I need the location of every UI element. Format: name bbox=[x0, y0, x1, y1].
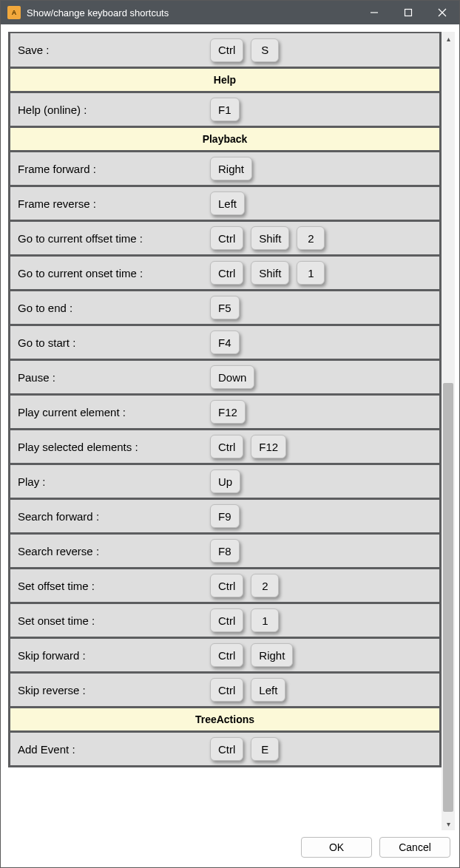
close-icon bbox=[438, 8, 447, 17]
shortcut-label: Help (online) : bbox=[10, 104, 210, 116]
shortcut-row[interactable]: Pause :Down bbox=[8, 359, 442, 396]
shortcut-keys: F1 bbox=[210, 98, 240, 121]
keycap[interactable]: Left bbox=[210, 191, 245, 215]
shortcut-row[interactable]: Frame reverse :Left bbox=[8, 185, 442, 222]
shortcut-row[interactable]: Search reverse :F8 bbox=[8, 532, 442, 569]
shortcut-row[interactable]: Save :CtrlS bbox=[8, 32, 442, 69]
scrollbar[interactable]: ▴ ▾ bbox=[442, 32, 455, 830]
shortcut-keys: CtrlRight bbox=[210, 643, 293, 667]
shortcut-keys: F5 bbox=[210, 296, 240, 319]
scroll-area: Save :CtrlSHelpHelp (online) :F1Playback… bbox=[8, 32, 455, 830]
shortcut-label: Save : bbox=[10, 44, 210, 56]
shortcut-row[interactable]: Set offset time :Ctrl2 bbox=[8, 567, 442, 604]
scroll-up-icon[interactable]: ▴ bbox=[442, 32, 455, 45]
shortcut-label: Add Event : bbox=[10, 743, 210, 756]
keycap[interactable]: 2 bbox=[251, 574, 279, 597]
keycap[interactable]: F4 bbox=[210, 330, 240, 354]
keycap[interactable]: Ctrl bbox=[210, 737, 243, 761]
keycap[interactable]: Ctrl bbox=[210, 643, 243, 667]
ok-button[interactable]: OK bbox=[301, 837, 372, 858]
shortcut-label: Go to start : bbox=[10, 336, 210, 349]
shortcut-keys: CtrlShift2 bbox=[210, 226, 325, 250]
keycap[interactable]: F9 bbox=[210, 504, 240, 528]
shortcut-row[interactable]: Play current element :F12 bbox=[8, 393, 442, 430]
shortcut-keys: Ctrl2 bbox=[210, 574, 279, 597]
keycap[interactable]: E bbox=[251, 737, 279, 761]
shortcut-row[interactable]: Search forward :F9 bbox=[8, 498, 442, 535]
keycap[interactable]: F12 bbox=[210, 400, 246, 424]
cancel-button[interactable]: Cancel bbox=[379, 837, 450, 858]
keycap[interactable]: Down bbox=[210, 365, 254, 389]
keycap[interactable]: F5 bbox=[210, 296, 240, 319]
keycap[interactable]: Right bbox=[251, 643, 293, 667]
shortcut-label: Frame reverse : bbox=[10, 197, 210, 210]
shortcut-label: Play selected elements : bbox=[10, 441, 210, 453]
shortcut-row[interactable]: Go to current offset time :CtrlShift2 bbox=[8, 220, 442, 257]
maximize-button[interactable] bbox=[391, 1, 425, 24]
shortcut-row[interactable]: Frame forward :Right bbox=[8, 150, 442, 187]
shortcut-row[interactable]: Skip forward :CtrlRight bbox=[8, 637, 442, 674]
keycap[interactable]: Ctrl bbox=[210, 261, 243, 285]
scroll-down-icon[interactable]: ▾ bbox=[442, 817, 455, 830]
dialog-footer: OK Cancel bbox=[8, 830, 455, 860]
keycap[interactable]: 2 bbox=[297, 226, 325, 250]
shortcut-label: Skip reverse : bbox=[10, 684, 210, 696]
shortcut-keys: Right bbox=[210, 157, 252, 180]
dialog-window: A Show/change keyboard shortcuts Save :C… bbox=[0, 0, 460, 868]
keycap[interactable]: Ctrl bbox=[210, 226, 243, 250]
shortcut-keys: F8 bbox=[210, 539, 240, 563]
shortcut-list: Save :CtrlSHelpHelp (online) :F1Playback… bbox=[8, 32, 442, 830]
shortcut-label: Go to current offset time : bbox=[10, 232, 210, 245]
titlebar[interactable]: A Show/change keyboard shortcuts bbox=[1, 1, 459, 24]
minimize-button[interactable] bbox=[357, 1, 391, 24]
app-icon: A bbox=[7, 6, 21, 19]
shortcut-row[interactable]: Go to current onset time :CtrlShift1 bbox=[8, 254, 442, 291]
keycap[interactable]: Ctrl bbox=[210, 678, 243, 702]
section-header: TreeActions bbox=[8, 706, 442, 733]
keycap[interactable]: Ctrl bbox=[210, 574, 243, 597]
shortcut-row[interactable]: Play :Up bbox=[8, 463, 442, 500]
section-header: Playback bbox=[8, 126, 442, 152]
shortcut-row[interactable]: Help (online) :F1 bbox=[8, 91, 442, 128]
shortcut-keys: CtrlF12 bbox=[210, 435, 286, 458]
section-header: Help bbox=[8, 67, 442, 93]
window-title: Show/change keyboard shortcuts bbox=[27, 7, 169, 18]
shortcut-label: Set onset time : bbox=[10, 614, 210, 627]
shortcut-label: Play : bbox=[10, 475, 210, 488]
shortcut-row[interactable]: Skip reverse :CtrlLeft bbox=[8, 671, 442, 708]
shortcut-row[interactable]: Go to start :F4 bbox=[8, 324, 442, 361]
keycap[interactable]: Shift bbox=[251, 226, 289, 250]
shortcut-row[interactable]: Add Event :CtrlE bbox=[8, 730, 442, 767]
keycap[interactable]: Shift bbox=[251, 261, 289, 285]
keycap[interactable]: F8 bbox=[210, 539, 240, 563]
shortcut-row[interactable]: Set onset time :Ctrl1 bbox=[8, 602, 442, 639]
shortcut-keys: CtrlShift1 bbox=[210, 261, 325, 285]
shortcut-keys: CtrlE bbox=[210, 737, 279, 761]
keycap[interactable]: Ctrl bbox=[210, 608, 243, 632]
shortcut-label: Go to end : bbox=[10, 302, 210, 314]
minimize-icon bbox=[370, 8, 379, 17]
svg-rect-1 bbox=[405, 10, 412, 16]
keycap[interactable]: F12 bbox=[251, 435, 286, 458]
keycap[interactable]: Right bbox=[210, 157, 252, 180]
shortcut-keys: F12 bbox=[210, 400, 246, 424]
keycap[interactable]: 1 bbox=[251, 608, 279, 632]
keycap[interactable]: Ctrl bbox=[210, 38, 243, 62]
keycap[interactable]: 1 bbox=[297, 261, 325, 285]
shortcut-keys: Down bbox=[210, 365, 254, 389]
shortcut-keys: Left bbox=[210, 191, 245, 215]
scroll-thumb[interactable] bbox=[443, 383, 453, 812]
shortcut-keys: F9 bbox=[210, 504, 240, 528]
keycap[interactable]: Left bbox=[251, 678, 285, 702]
close-button[interactable] bbox=[425, 1, 459, 24]
shortcut-label: Play current element : bbox=[10, 406, 210, 418]
shortcut-label: Search forward : bbox=[10, 510, 210, 523]
shortcut-label: Frame forward : bbox=[10, 163, 210, 175]
keycap[interactable]: F1 bbox=[210, 98, 240, 121]
shortcut-row[interactable]: Play selected elements :CtrlF12 bbox=[8, 428, 442, 465]
keycap[interactable]: Up bbox=[210, 469, 240, 493]
keycap[interactable]: S bbox=[251, 38, 279, 62]
keycap[interactable]: Ctrl bbox=[210, 435, 243, 458]
maximize-icon bbox=[404, 8, 413, 17]
shortcut-row[interactable]: Go to end :F5 bbox=[8, 289, 442, 326]
